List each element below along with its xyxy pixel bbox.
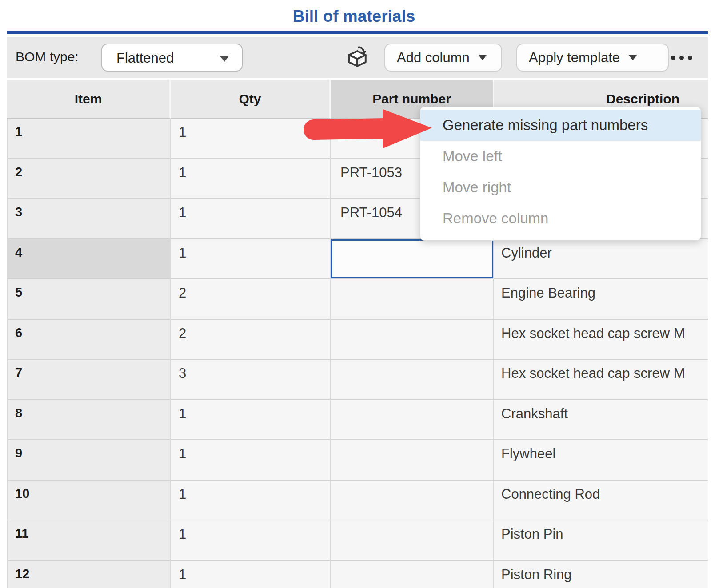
- cell-item[interactable]: 4: [7, 239, 171, 280]
- ellipsis-icon[interactable]: [671, 56, 692, 60]
- context-menu: Generate missing part numbersMove leftMo…: [420, 107, 701, 241]
- toolbar: BOM type: Flattened Add column Apply tem…: [7, 37, 708, 78]
- cell-qty[interactable]: 1: [171, 199, 331, 239]
- column-header-item[interactable]: Item: [7, 80, 171, 119]
- cell-item[interactable]: 10: [7, 481, 171, 521]
- cell-part-number[interactable]: [331, 481, 494, 521]
- table-row: 52Engine Bearing: [7, 279, 708, 320]
- cell-part-number[interactable]: [331, 520, 494, 561]
- cell-description[interactable]: Cylinder: [494, 239, 708, 280]
- cell-description[interactable]: Engine Bearing: [494, 279, 708, 320]
- cell-item[interactable]: 1: [7, 119, 171, 159]
- table-row: 41Cylinder: [7, 239, 708, 280]
- bom-type-value: Flattened: [116, 50, 174, 66]
- add-column-button[interactable]: Add column: [384, 44, 502, 72]
- cell-qty[interactable]: 1: [171, 239, 331, 280]
- cell-part-number[interactable]: [331, 440, 494, 481]
- cell-part-number[interactable]: [331, 279, 494, 320]
- bom-type-select[interactable]: Flattened: [101, 44, 243, 72]
- context-menu-item-generate-missing-part-numbers[interactable]: Generate missing part numbers: [420, 110, 701, 141]
- cell-qty[interactable]: 1: [171, 561, 331, 588]
- cell-qty[interactable]: 3: [171, 360, 331, 400]
- title-underline: [7, 31, 708, 34]
- box-arrow-icon[interactable]: [344, 44, 371, 71]
- caret-down-icon: [629, 55, 637, 60]
- table-row: 81Crankshaft: [7, 400, 708, 441]
- cell-item[interactable]: 11: [7, 520, 171, 561]
- cell-item[interactable]: 12: [7, 561, 171, 588]
- cell-part-number[interactable]: [331, 360, 494, 400]
- cell-part-number[interactable]: [331, 561, 494, 588]
- cell-qty[interactable]: 2: [171, 279, 331, 320]
- cell-qty[interactable]: 1: [171, 159, 331, 199]
- cell-description[interactable]: Hex socket head cap screw M: [494, 360, 708, 400]
- caret-down-icon: [220, 56, 229, 62]
- cell-part-number[interactable]: [331, 239, 494, 280]
- cell-description[interactable]: Piston Ring: [494, 561, 708, 588]
- cell-qty[interactable]: 1: [171, 481, 331, 521]
- table-row: 91Flywheel: [7, 440, 708, 481]
- add-column-label: Add column: [397, 50, 470, 66]
- cell-qty[interactable]: 1: [171, 520, 331, 561]
- table-row: 101Connecting Rod: [7, 481, 708, 521]
- cell-qty[interactable]: 1: [171, 400, 331, 441]
- cell-item[interactable]: 9: [7, 440, 171, 481]
- context-menu-item-remove-column: Remove column: [420, 203, 701, 234]
- cell-description[interactable]: Crankshaft: [494, 400, 708, 441]
- cell-description[interactable]: Connecting Rod: [494, 481, 708, 521]
- cell-description[interactable]: Hex socket head cap screw M: [494, 320, 708, 360]
- cell-part-number[interactable]: [331, 320, 494, 360]
- cell-qty[interactable]: 1: [171, 440, 331, 481]
- bom-panel: Bill of materials BOM type: Flattened Ad…: [0, 0, 711, 588]
- red-arrow-icon: [300, 107, 434, 151]
- table-row: 62Hex socket head cap screw M: [7, 320, 708, 360]
- cell-item[interactable]: 6: [7, 320, 171, 360]
- bom-type-label: BOM type:: [16, 49, 79, 64]
- apply-template-label: Apply template: [529, 50, 620, 66]
- cell-item[interactable]: 5: [7, 279, 171, 320]
- cell-part-number[interactable]: [331, 400, 494, 441]
- table-row: 121Piston Ring: [7, 561, 708, 588]
- page-title: Bill of materials: [0, 7, 708, 26]
- context-menu-item-move-left: Move left: [420, 141, 701, 172]
- cell-description[interactable]: Flywheel: [494, 440, 708, 481]
- caret-down-icon: [479, 55, 487, 60]
- cell-item[interactable]: 8: [7, 400, 171, 441]
- context-menu-item-move-right: Move right: [420, 172, 701, 203]
- cell-description[interactable]: Piston Pin: [494, 520, 708, 561]
- table-row: 111Piston Pin: [7, 520, 708, 561]
- cell-item[interactable]: 7: [7, 360, 171, 400]
- apply-template-button[interactable]: Apply template: [516, 44, 669, 72]
- cell-qty[interactable]: 2: [171, 320, 331, 360]
- cell-item[interactable]: 3: [7, 199, 171, 239]
- cell-item[interactable]: 2: [7, 159, 171, 199]
- table-row: 73Hex socket head cap screw M: [7, 360, 708, 400]
